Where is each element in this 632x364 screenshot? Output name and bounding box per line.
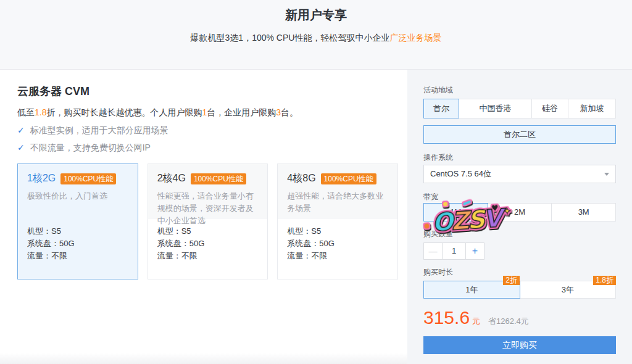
desc-text: 台，企业用户限购	[207, 107, 276, 117]
plan-card-header: 2核4G 100%CPU性能 性能更强，适合业务量小有规模的场景，资深开发者及中…	[148, 164, 268, 219]
desc-highlight-discount: 1.8	[35, 107, 46, 117]
spec-traffic: 流量：不限	[287, 250, 388, 262]
cpu-performance-badge: 100%CPU性能	[321, 173, 376, 184]
feature-text: 不限流量，支持免费切换公网IP	[30, 143, 151, 152]
bandwidth-option-2m[interactable]: 2M	[488, 203, 552, 221]
os-select[interactable]: CentOS 7.5 64位	[423, 165, 616, 183]
spec-traffic: 流量：不限	[27, 250, 128, 262]
price-row: 315.6 元 省1262.4元	[423, 308, 616, 328]
duration-option-group: 1年 3年 2折 1.8折	[423, 281, 616, 299]
promo-header: 新用户专享 爆款机型3选1，100% CPU性能，轻松驾驭中小企业广泛业务场景	[0, 0, 632, 70]
zone-button[interactable]: 首尔二区	[423, 125, 616, 144]
bandwidth-option-1m[interactable]: 1M	[423, 203, 488, 221]
desc-highlight-company-limit: 3	[276, 107, 281, 117]
feature-text: 标准型实例，适用于大部分应用场景	[30, 125, 168, 135]
spec-traffic: 流量：不限	[157, 250, 259, 262]
desc-text: 台。	[281, 107, 298, 117]
price-savings: 省1262.4元	[488, 316, 529, 327]
discount-badge-1year: 2折	[503, 276, 520, 285]
plan-card-header: 4核8G 100%CPU性能 超强性能，适合绝大多数业务场景	[278, 164, 397, 219]
feature-item: ✓不限流量，支持免费切换公网IP	[17, 143, 407, 152]
plan-desc: 极致性价比，入门首选	[27, 190, 128, 202]
buy-now-button[interactable]: 立即购买	[423, 336, 616, 354]
check-icon: ✓	[17, 143, 25, 152]
quantity-decrease-button[interactable]: —	[423, 242, 443, 260]
region-label: 活动地域	[423, 86, 616, 94]
spec-system-disk: 系统盘：50G	[287, 238, 388, 250]
region-option-hongkong[interactable]: 中国香港	[459, 99, 532, 118]
desc-text: 低至	[17, 107, 35, 117]
product-panel: 云服务器 CVM 低至1.8折，购买时长越长越优惠。个人用户限购1台，企业用户限…	[0, 70, 407, 364]
plan-desc: 超强性能，适合绝大多数业务场景	[287, 190, 388, 215]
plus-icon: +	[472, 246, 478, 256]
cpu-performance-badge: 100%CPU性能	[191, 173, 246, 184]
duration-label: 购买时长	[423, 268, 616, 276]
subtitle-text: 爆款机型3选1，100% CPU性能，轻松驾驭中小企业	[191, 33, 390, 43]
plan-card-list: 1核2G 100%CPU性能 极致性价比，入门首选 机型：S5 系统盘：50G …	[17, 163, 407, 279]
product-desc: 低至1.8折，购买时长越长越优惠。个人用户限购1台，企业用户限购3台。	[17, 107, 407, 118]
plan-name: 1核2G	[27, 172, 56, 185]
spec-system-disk: 系统盘：50G	[27, 238, 128, 250]
plan-card-2core4g[interactable]: 2核4G 100%CPU性能 性能更强，适合业务量小有规模的场景，资深开发者及中…	[148, 163, 268, 279]
region-option-group: 首尔 中国香港 硅谷 新加坡	[423, 99, 616, 118]
quantity-stepper: — 1 +	[423, 242, 616, 260]
region-option-singapore[interactable]: 新加坡	[568, 99, 616, 118]
bandwidth-label: 带宽	[423, 193, 616, 201]
desc-text: 折，购买时长越长越优惠。个人用户限购	[46, 107, 202, 117]
chevron-down-icon	[604, 173, 609, 176]
plan-card-4core8g[interactable]: 4核8G 100%CPU性能 超强性能，适合绝大多数业务场景 机型：S5 系统盘…	[277, 163, 398, 279]
spec-system-disk: 系统盘：50G	[157, 238, 259, 250]
spec-model: 机型：S5	[27, 225, 128, 238]
subtitle-highlight: 广泛业务场景	[389, 33, 441, 43]
quantity-increase-button[interactable]: +	[465, 242, 484, 260]
cpu-performance-badge: 100%CPU性能	[60, 173, 116, 184]
minus-icon: —	[429, 246, 438, 256]
quantity-value[interactable]: 1	[442, 242, 466, 260]
product-title: 云服务器 CVM	[17, 86, 407, 96]
spec-model: 机型：S5	[287, 225, 388, 238]
plan-specs: 机型：S5 系统盘：50G 流量：不限	[278, 219, 397, 268]
os-label: 操作系统	[423, 154, 616, 161]
page-subtitle: 爆款机型3选1，100% CPU性能，轻松驾驭中小企业广泛业务场景	[0, 31, 632, 44]
plan-name: 2核4G	[157, 172, 186, 185]
quantity-label: 购买数量	[423, 230, 616, 238]
os-selected-value: CentOS 7.5 64位	[430, 168, 491, 180]
plan-specs: 机型：S5 系统盘：50G 流量：不限	[18, 219, 138, 268]
check-icon: ✓	[17, 125, 25, 135]
plan-name: 4核8G	[287, 172, 315, 185]
config-sidebar: 活动地域 首尔 中国香港 硅谷 新加坡 首尔二区 操作系统 CentOS 7.5…	[407, 70, 632, 364]
region-option-seoul[interactable]: 首尔	[423, 99, 459, 118]
plan-specs: 机型：S5 系统盘：50G 流量：不限	[148, 219, 268, 268]
region-option-siliconvalley[interactable]: 硅谷	[531, 99, 568, 118]
bandwidth-option-group: 1M 2M 3M	[423, 203, 616, 221]
page-title: 新用户专享	[0, 6, 632, 23]
plan-card-1core2g[interactable]: 1核2G 100%CPU性能 极致性价比，入门首选 机型：S5 系统盘：50G …	[17, 163, 138, 279]
feature-item: ✓标准型实例，适用于大部分应用场景	[17, 125, 407, 135]
price-amount: 315.6	[423, 308, 470, 328]
bandwidth-option-3m[interactable]: 3M	[551, 203, 616, 221]
spec-model: 机型：S5	[157, 225, 259, 238]
plan-card-header: 1核2G 100%CPU性能 极致性价比，入门首选	[18, 164, 138, 219]
discount-badge-3year: 1.8折	[593, 276, 616, 285]
price-unit: 元	[472, 316, 480, 327]
